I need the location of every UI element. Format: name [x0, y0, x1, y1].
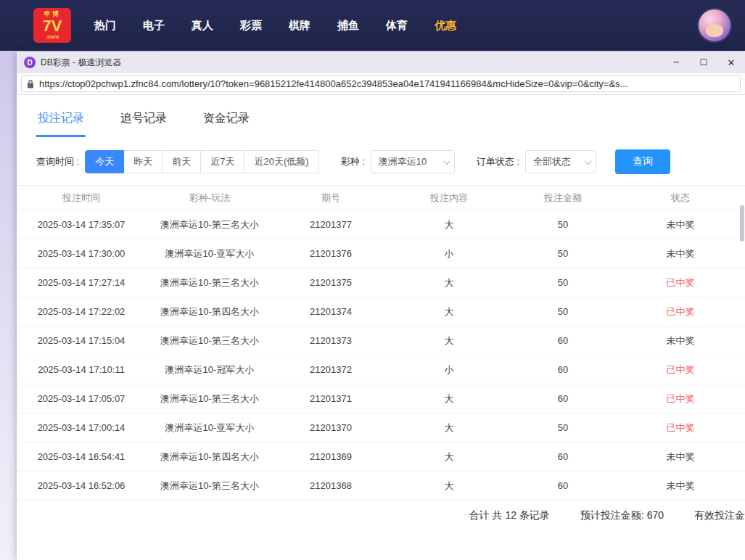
- bet-amount: 50: [510, 268, 616, 297]
- bet-game: 澳洲幸运10-第三名大小: [146, 326, 273, 355]
- bet-game: 澳洲幸运10-第三名大小: [146, 210, 273, 239]
- address-bar: https://ctop02pchwp1.zfnc84.com/lottery/…: [17, 73, 745, 95]
- time-filter-7days[interactable]: 近7天: [201, 150, 244, 173]
- bet-amount: 60: [510, 384, 616, 413]
- bet-records-table: 投注时间 彩种-玩法 期号 投注内容 投注金额 状态 2025-03-14 17…: [17, 185, 745, 501]
- bet-time: 2025-03-14 17:15:04: [17, 326, 146, 355]
- bet-status: 未中奖: [616, 472, 745, 501]
- bet-content: 大: [388, 210, 510, 239]
- chevron-down-icon: [443, 157, 450, 165]
- bet-issue: 21201373: [273, 326, 388, 355]
- nav-item-live[interactable]: 真人: [192, 19, 213, 33]
- scrollbar-thumb[interactable]: [740, 205, 744, 242]
- table-row: 2025-03-14 17:10:11 澳洲幸运10-冠军大小 21201372…: [17, 355, 745, 384]
- col-header-amount: 投注金额: [510, 186, 616, 210]
- tab-chase-records[interactable]: 追号记录: [119, 98, 168, 137]
- close-button[interactable]: ✕: [717, 52, 745, 73]
- record-tabs: 投注记录 追号记录 资金记录: [17, 95, 745, 140]
- window-title: DB彩票 - 极速浏览器: [41, 57, 121, 69]
- bet-content: 大: [388, 384, 510, 413]
- bet-issue: 21201371: [273, 384, 388, 413]
- nav-item-lottery[interactable]: 彩票: [240, 19, 262, 33]
- nav-item-slots[interactable]: 电子: [143, 19, 165, 33]
- tab-bet-records[interactable]: 投注记录: [36, 98, 86, 137]
- minimize-button[interactable]: ─: [662, 52, 690, 73]
- time-filter-daybefore[interactable]: 前天: [162, 150, 201, 173]
- bet-content: 大: [388, 472, 510, 501]
- bet-amount: 50: [510, 239, 616, 268]
- nav-item-fishing[interactable]: 捕鱼: [337, 19, 359, 33]
- lottery-filter-label: 彩种 :: [341, 155, 365, 168]
- bet-amount: 50: [510, 297, 616, 326]
- nav-item-promo[interactable]: 优惠: [435, 19, 456, 33]
- time-filter-group: 今天 昨天 前天 近7天 近20天(低频): [85, 150, 318, 173]
- bet-amount: 60: [510, 326, 616, 355]
- casino-top-bar: 申博 7V .com 热门 电子 真人 彩票 棋牌 捕鱼 体育 优惠: [0, 0, 745, 51]
- order-status-select[interactable]: 全部状态: [525, 150, 596, 173]
- nav-item-cards[interactable]: 棋牌: [289, 19, 310, 33]
- bet-status: 已中奖: [616, 297, 745, 326]
- filter-bar: 查询时间 : 今天 昨天 前天 近7天 近20天(低频) 彩种 : 澳洲幸运10…: [17, 149, 745, 175]
- table-row: 2025-03-14 17:22:02 澳洲幸运10-第四名大小 2120137…: [17, 297, 745, 326]
- table-row: 2025-03-14 17:35:07 澳洲幸运10-第三名大小 2120137…: [17, 210, 745, 239]
- order-status-value: 全部状态: [533, 155, 578, 168]
- col-header-issue: 期号: [273, 186, 388, 210]
- status-filter-label: 订单状态 :: [477, 155, 519, 168]
- table-row: 2025-03-14 17:05:07 澳洲幸运10-第三名大小 2120137…: [17, 384, 745, 413]
- bet-issue: 21201376: [273, 239, 388, 268]
- bet-content: 小: [388, 355, 510, 384]
- bet-issue: 21201374: [273, 297, 388, 326]
- table-row: 2025-03-14 17:00:14 澳洲幸运10-亚军大小 21201370…: [17, 413, 745, 442]
- bet-status: 未中奖: [616, 326, 745, 355]
- table-row: 2025-03-14 16:54:41 澳洲幸运10-第四名大小 2120136…: [17, 442, 745, 472]
- url-input[interactable]: https://ctop02pchwp1.zfnc84.com/lottery/…: [21, 75, 741, 92]
- tab-fund-records[interactable]: 资金记录: [202, 98, 251, 137]
- table-header-row: 投注时间 彩种-玩法 期号 投注内容 投注金额 状态: [17, 186, 745, 210]
- col-header-time: 投注时间: [17, 186, 146, 210]
- nav-item-sports[interactable]: 体育: [386, 19, 408, 33]
- table-row: 2025-03-14 17:15:04 澳洲幸运10-第三名大小 2120137…: [17, 326, 745, 355]
- user-avatar[interactable]: [697, 8, 732, 43]
- bet-content: 大: [388, 268, 510, 297]
- col-header-status: 状态: [616, 186, 745, 210]
- time-filter-today[interactable]: 今天: [85, 150, 124, 173]
- bet-status: 未中奖: [616, 239, 745, 268]
- logo-text-3: .com: [46, 34, 59, 40]
- bet-game: 澳洲幸运10-冠军大小: [146, 355, 273, 384]
- table-row: 2025-03-14 16:52:06 澳洲幸运10-第三名大小 2120136…: [17, 472, 745, 501]
- bet-issue: 21201370: [273, 413, 388, 442]
- browser-window: D DB彩票 - 极速浏览器 ─ ☐ ✕ https://ctop02pchwp…: [17, 52, 745, 560]
- bet-issue: 21201375: [273, 268, 388, 297]
- bet-game: 澳洲幸运10-第四名大小: [146, 442, 273, 472]
- table-row: 2025-03-14 17:27:14 澳洲幸运10-第三名大小 2120137…: [17, 268, 745, 297]
- bet-content: 大: [388, 442, 510, 472]
- valid-amount: 有效投注金额: [694, 509, 745, 522]
- estimated-amount: 预计投注金额: 670: [580, 509, 664, 522]
- record-count: 合计 共 12 条记录: [469, 509, 550, 522]
- lottery-select-value: 澳洲幸运10: [379, 155, 437, 168]
- logo-text-2: 7V: [43, 18, 62, 34]
- maximize-button[interactable]: ☐: [690, 52, 717, 73]
- time-filter-20days[interactable]: 近20天(低频): [244, 150, 318, 173]
- browser-app-icon: D: [24, 57, 36, 68]
- time-filter-yesterday[interactable]: 昨天: [124, 150, 162, 173]
- lottery-select[interactable]: 澳洲幸运10: [371, 150, 455, 173]
- bet-game: 澳洲幸运10-第四名大小: [146, 297, 273, 326]
- window-title-bar[interactable]: D DB彩票 - 极速浏览器 ─ ☐ ✕: [17, 52, 745, 73]
- bet-game: 澳洲幸运10-第三名大小: [146, 384, 273, 413]
- query-button[interactable]: 查询: [615, 149, 670, 174]
- bet-game: 澳洲幸运10-亚军大小: [146, 413, 273, 442]
- bet-time: 2025-03-14 16:52:06: [17, 472, 146, 501]
- col-header-game: 彩种-玩法: [146, 186, 273, 210]
- bet-time: 2025-03-14 17:05:07: [17, 384, 146, 413]
- bet-amount: 60: [510, 442, 616, 472]
- bet-content: 大: [388, 413, 510, 442]
- bet-game: 澳洲幸运10-第三名大小: [146, 268, 273, 297]
- bet-time: 2025-03-14 17:30:00: [17, 239, 146, 268]
- bet-content: 大: [388, 297, 510, 326]
- site-logo[interactable]: 申博 7V .com: [33, 8, 71, 43]
- lock-icon: [27, 79, 34, 88]
- nav-item-hot[interactable]: 热门: [94, 19, 116, 33]
- bet-amount: 50: [510, 210, 616, 239]
- bet-status: 未中奖: [616, 442, 745, 472]
